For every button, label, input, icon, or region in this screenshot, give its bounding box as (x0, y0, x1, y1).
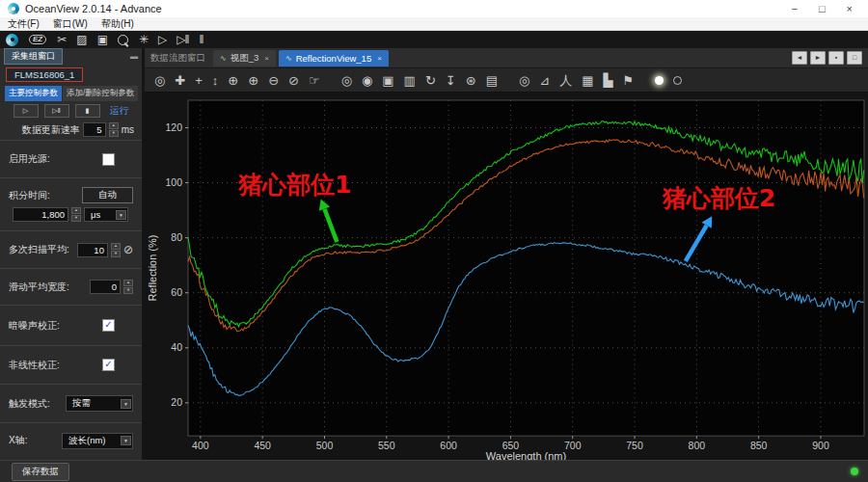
table-view-icon[interactable]: ▦ (582, 74, 593, 87)
chevron-down-icon[interactable]: ▼ (121, 436, 131, 445)
annotation-text-1: 猪心部位1 (237, 171, 351, 199)
window-title: OceanView 2.0.14 - Advance (25, 3, 162, 14)
spectrum-chart[interactable]: 4004505005506006507007508008509002040608… (145, 93, 868, 461)
scans-average-field[interactable]: 10 (77, 243, 108, 257)
overlay-icon[interactable]: ◎ (519, 74, 529, 87)
pause-button[interactable]: ▮ (75, 104, 100, 118)
boxcar-width-field[interactable]: 0 (90, 280, 121, 294)
boxcar-width-label: 滑动平均宽度: (9, 281, 69, 294)
print-icon[interactable]: ▤ (486, 74, 498, 87)
light-checkbox[interactable] (102, 153, 115, 166)
tab-scroll-right-button[interactable]: ► (810, 51, 826, 65)
globe-icon[interactable]: ⊛ (466, 74, 476, 87)
zoom-reset-icon[interactable]: ◎ (154, 74, 165, 87)
x-axis-dropdown[interactable]: 波长(nm) ▼ (62, 433, 133, 449)
tools-icon[interactable]: ✂ (57, 34, 66, 45)
app-logo-icon (8, 3, 19, 14)
minimize-view-button[interactable]: ▪ (828, 51, 844, 65)
spin-up-icon[interactable]: ▲ (111, 243, 121, 250)
nonlinearity-checkbox[interactable]: ✓ (102, 359, 115, 371)
zoom-in-icon[interactable]: ⊕ (248, 74, 258, 87)
play-button[interactable]: ▷ (14, 104, 39, 118)
spin-down-icon[interactable]: ▼ (109, 130, 119, 137)
restore-view-button[interactable]: □ (847, 51, 862, 65)
y-tick-label: 60 (171, 287, 182, 298)
copy-icon[interactable]: ▥ (404, 74, 416, 87)
chevron-down-icon[interactable]: ▼ (116, 210, 126, 220)
app-logo-icon[interactable] (6, 34, 18, 46)
zoom-window-icon[interactable]: ⊘ (288, 74, 299, 87)
tab-scroll-left-button[interactable]: ◄ (792, 51, 807, 65)
spin-up-icon[interactable]: ▲ (109, 122, 119, 129)
pan-icon[interactable]: ✚ (175, 74, 185, 87)
close-tab-icon[interactable]: × (264, 54, 269, 63)
crosshair-icon[interactable]: + (195, 74, 203, 87)
refresh-icon[interactable]: ↻ (425, 74, 436, 87)
spin-down-icon[interactable]: ▼ (71, 215, 81, 222)
run-label[interactable]: 运行 (110, 104, 129, 118)
view-tab-icon: ∿ (285, 54, 292, 63)
open-config-icon[interactable]: ▨ (76, 34, 86, 45)
update-rate-stepper[interactable]: ▲ ▼ (109, 122, 119, 137)
close-button[interactable]: × (847, 1, 853, 16)
integration-field[interactable]: 1,800 (13, 207, 68, 222)
close-tab-icon[interactable]: × (377, 54, 382, 63)
view-options-icon[interactable]: ◎ (341, 74, 352, 87)
peak-metrics-icon[interactable]: 人 (559, 74, 572, 87)
ez-wizard-icon[interactable]: EZ (29, 35, 46, 44)
vertical-scale-icon[interactable]: ↕ (212, 74, 219, 87)
pause-icon[interactable]: ‖ (199, 34, 203, 45)
tab-view-3[interactable]: ∿视图_3× (213, 50, 276, 67)
annotate-flag-icon[interactable]: ⚑ (622, 74, 634, 87)
spin-up-icon[interactable]: ▲ (123, 280, 133, 286)
acquisition-sidebar: 采集组窗口 ▬ FLMS16806_1 主要控制参数添加/删除控制参数 ▷ ▷‖… (0, 48, 145, 461)
scans-average-stepper[interactable]: ▲ ▼ (111, 243, 121, 257)
histogram-icon[interactable]: ▙ (603, 74, 612, 87)
maximize-button[interactable]: □ (819, 1, 826, 16)
step-icon[interactable]: ▷‖ (176, 34, 188, 45)
step-button[interactable]: ▷‖ (44, 104, 69, 118)
integration-stepper[interactable]: ▲ ▼ (71, 207, 81, 222)
tab-add-remove-params[interactable]: 添加/删除控制参数 (63, 86, 138, 101)
menu-help[interactable]: 帮助(H) (101, 17, 134, 31)
spin-up-icon[interactable]: ▲ (71, 207, 81, 214)
panel-title-tab[interactable]: 采集组窗口 (4, 48, 63, 65)
menu-file[interactable]: 文件(F) (8, 17, 40, 31)
trigger-mode-dropdown[interactable]: 按需 ▼ (66, 395, 133, 412)
chevron-down-icon[interactable]: ▼ (121, 399, 131, 409)
dataflow-panel-caption[interactable]: 数据流图窗口 (150, 52, 205, 65)
play-icon[interactable]: ▷ (158, 34, 166, 45)
spin-down-icon[interactable]: ▼ (111, 251, 121, 257)
zoom-out-icon[interactable]: ⊖ (268, 74, 279, 87)
update-rate-field[interactable]: 5 (83, 122, 106, 137)
camera-icon[interactable]: ◉ (362, 74, 372, 87)
save-data-button[interactable]: 保存数据 (12, 463, 69, 481)
save-config-icon[interactable]: ▣ (97, 34, 107, 45)
lamp-on-icon[interactable] (655, 76, 664, 85)
device-button[interactable]: FLMS16806_1 (6, 67, 83, 82)
integration-unit-value: μs (91, 209, 100, 220)
x-axis-value: 波长(nm) (68, 435, 106, 447)
x-tick-label: 600 (440, 441, 457, 451)
pointer-mode-icon[interactable]: ☞ (309, 74, 320, 87)
integration-auto-button[interactable]: 自动 (82, 187, 133, 203)
integration-unit-dropdown[interactable]: μs ▼ (84, 207, 128, 222)
snapshot-icon[interactable]: ▣ (382, 74, 393, 87)
dark-correction-checkbox[interactable]: ✓ (102, 319, 115, 332)
y-tick-label: 100 (165, 177, 182, 188)
zoom-region-icon[interactable]: ⊕ (228, 74, 238, 87)
tab-reflectionview-15[interactable]: ∿ReflectionView_15× (279, 50, 389, 67)
export-icon[interactable]: ↧ (446, 74, 456, 87)
tab-main-params[interactable]: 主要控制参数 (5, 86, 62, 101)
boxcar-width-stepper[interactable]: ▲ ▼ (123, 280, 133, 294)
search-device-icon[interactable] (118, 35, 128, 45)
chart-type-icon[interactable]: ⊿ (539, 74, 550, 87)
ocean-stamp-icon[interactable]: ✳ (139, 34, 148, 45)
minimize-button[interactable]: − (791, 1, 797, 16)
view-tab-icon: ∿ (220, 54, 227, 63)
disable-averaging-icon[interactable]: ⊘ (123, 243, 133, 256)
lamp-off-icon[interactable] (673, 76, 682, 85)
menu-window[interactable]: 窗口(W) (53, 17, 88, 31)
panel-menu-icon[interactable]: ▬ (130, 52, 138, 61)
spin-down-icon[interactable]: ▼ (123, 287, 133, 294)
